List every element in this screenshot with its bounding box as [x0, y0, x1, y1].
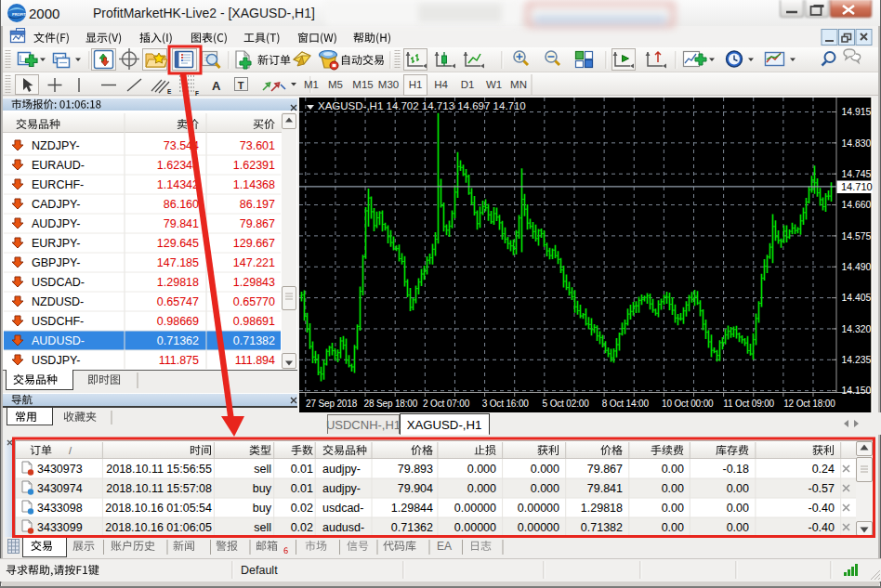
svg-text:2018.10.11 15:56:55: 2018.10.11 15:56:55: [106, 463, 212, 476]
svg-text:0.000: 0.000: [467, 463, 496, 476]
svg-text:2018.10.16 01:05:54: 2018.10.16 01:05:54: [105, 502, 212, 515]
svg-text:M15: M15: [352, 79, 373, 90]
svg-text:USDCAD-: USDCAD-: [32, 276, 85, 289]
svg-text:-0.18: -0.18: [723, 463, 750, 476]
svg-text:M5: M5: [328, 79, 343, 90]
svg-text:0.71382: 0.71382: [233, 334, 275, 347]
svg-text:sell: sell: [254, 521, 271, 534]
svg-text:0.000: 0.000: [531, 463, 559, 476]
svg-text:A: A: [212, 79, 221, 93]
svg-text:14.490: 14.490: [842, 262, 872, 272]
svg-text:111.875: 111.875: [159, 354, 199, 367]
svg-text:M1: M1: [304, 79, 319, 90]
svg-text:XAGUSD-,H1 14.702 14.713 14.6: XAGUSD-,H1 14.702 14.713 14.697 14.710: [318, 100, 526, 111]
svg-text:0.00: 0.00: [662, 463, 684, 476]
svg-text:0.01: 0.01: [291, 482, 313, 495]
svg-text:-0.40: -0.40: [809, 521, 835, 534]
svg-text:27 Sep 2018: 27 Sep 2018: [306, 399, 358, 409]
svg-text:1.29818: 1.29818: [157, 276, 199, 289]
svg-text:1.29844: 1.29844: [391, 502, 433, 515]
svg-text:2 Oct 07:00: 2 Oct 07:00: [423, 399, 470, 409]
svg-text:8 Oct 14:00: 8 Oct 14:00: [602, 399, 650, 409]
svg-text:buy: buy: [253, 482, 272, 495]
svg-text:buy: buy: [253, 502, 272, 515]
svg-text:3433098: 3433098: [37, 502, 83, 515]
svg-text:0.01: 0.01: [291, 463, 313, 476]
svg-text:5 Oct 02:00: 5 Oct 02:00: [543, 399, 590, 409]
svg-text:D1: D1: [461, 79, 475, 90]
svg-text:86.160: 86.160: [164, 198, 199, 211]
svg-text:/: /: [69, 445, 72, 456]
svg-text:USDJPY-: USDJPY-: [32, 354, 80, 367]
svg-text:14.745: 14.745: [842, 169, 872, 179]
svg-text:1.29843: 1.29843: [233, 276, 275, 289]
svg-text:79.841: 79.841: [587, 482, 623, 495]
svg-text:14.915: 14.915: [842, 107, 872, 117]
svg-text:14.710: 14.710: [841, 181, 873, 192]
svg-text:1.29818: 1.29818: [581, 502, 623, 515]
svg-text:28 Sep 18:00: 28 Sep 18:00: [364, 399, 418, 409]
svg-text:0.00: 0.00: [727, 521, 749, 534]
svg-text:111.894: 111.894: [235, 354, 275, 367]
svg-text:E: E: [167, 88, 172, 95]
svg-text:NZDUSD-: NZDUSD-: [32, 295, 84, 308]
svg-text:PROFIT: PROFIT: [12, 12, 26, 17]
svg-text:2000: 2000: [29, 6, 59, 21]
svg-text:10 Oct 00:00: 10 Oct 00:00: [662, 399, 714, 409]
svg-text:-0.40: -0.40: [809, 502, 835, 515]
svg-text:73.601: 73.601: [240, 139, 275, 152]
svg-text:1.62391: 1.62391: [233, 159, 275, 172]
svg-text:sell: sell: [254, 463, 271, 476]
svg-text:147.185: 147.185: [157, 256, 199, 269]
svg-text:14.320: 14.320: [842, 324, 872, 334]
svg-text:0.71382: 0.71382: [581, 521, 623, 534]
svg-text:86.197: 86.197: [240, 198, 275, 211]
svg-text:XAGUSD-,H1: XAGUSD-,H1: [407, 418, 482, 432]
svg-text:T: T: [238, 80, 244, 91]
svg-text:129.667: 129.667: [233, 237, 275, 250]
svg-text:0.00000: 0.00000: [454, 521, 496, 534]
svg-text:147.221: 147.221: [233, 256, 275, 269]
svg-text:0.71362: 0.71362: [157, 334, 199, 347]
svg-text:0.65770: 0.65770: [233, 295, 275, 308]
svg-text:audjpy-: audjpy-: [322, 482, 361, 495]
svg-text:129.645: 129.645: [157, 237, 199, 250]
svg-text:79.904: 79.904: [398, 482, 433, 495]
svg-text:14.575: 14.575: [842, 231, 872, 242]
svg-text:CADJPY-: CADJPY-: [32, 198, 80, 211]
svg-text:79.841: 79.841: [164, 217, 199, 230]
svg-text:0.00000: 0.00000: [518, 521, 559, 534]
svg-text:EURAUD-: EURAUD-: [32, 159, 85, 172]
svg-text:0.00: 0.00: [662, 502, 684, 515]
svg-text:0.000: 0.000: [531, 482, 559, 495]
svg-text:0.00: 0.00: [727, 502, 749, 515]
svg-text:H4: H4: [434, 79, 448, 90]
svg-text:14.405: 14.405: [842, 293, 872, 303]
svg-text:EA: EA: [437, 540, 452, 553]
svg-text:W1: W1: [486, 79, 502, 90]
svg-text:Default: Default: [241, 564, 278, 577]
svg-text:H1: H1: [409, 79, 423, 90]
svg-text:USDCHF-: USDCHF-: [32, 315, 84, 328]
svg-text:12 Oct 18:00: 12 Oct 18:00: [783, 399, 835, 409]
svg-text:audusd-: audusd-: [322, 521, 364, 534]
svg-text:USDCNH-,H1: USDCNH-,H1: [326, 418, 401, 432]
svg-text:1.14342: 1.14342: [157, 178, 199, 191]
svg-text:0.00000: 0.00000: [518, 502, 559, 515]
svg-text:79.893: 79.893: [398, 463, 433, 476]
svg-text:14.830: 14.830: [842, 138, 872, 149]
svg-text:0.98669: 0.98669: [157, 315, 199, 328]
svg-text:0.02: 0.02: [291, 521, 313, 534]
svg-text:usdcad-: usdcad-: [322, 502, 363, 515]
svg-text:EURCHF-: EURCHF-: [32, 178, 84, 191]
svg-text:NZDJPY-: NZDJPY-: [32, 139, 80, 152]
svg-text:1.14368: 1.14368: [233, 178, 275, 191]
svg-text:14.235: 14.235: [842, 355, 872, 365]
svg-text:79.867: 79.867: [240, 217, 275, 230]
svg-text:3430974: 3430974: [37, 482, 83, 495]
svg-text:audjpy-: audjpy-: [322, 463, 361, 476]
svg-text:0.00: 0.00: [662, 521, 684, 534]
svg-text:3433099: 3433099: [37, 521, 83, 534]
svg-text:14.150: 14.150: [842, 385, 872, 396]
svg-text:0.71362: 0.71362: [391, 521, 433, 534]
